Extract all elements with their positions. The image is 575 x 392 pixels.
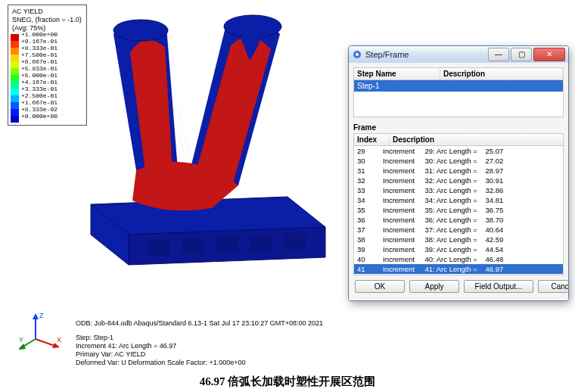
frame-index: 33 [357, 185, 383, 195]
frame-grid-header: Index Description [353, 133, 564, 146]
close-button[interactable]: ✕ [533, 48, 565, 61]
frame-desc: Increment 33: Arc Length = 32.86 [383, 185, 560, 195]
frame-row[interactable]: 39Increment 39: Arc Length = 44.54 [354, 244, 563, 254]
frame-row[interactable]: 33Increment 33: Arc Length = 32.86 [354, 185, 563, 195]
model-svg [61, 8, 348, 288]
frame-row[interactable]: 37Increment 37: Arc Length = 40.64 [354, 225, 563, 235]
legend-swatch [11, 95, 19, 102]
legend-value: +8.333e-02 [21, 106, 58, 113]
cancel-button[interactable]: Cancel [538, 280, 569, 293]
frame-index: 37 [357, 225, 383, 235]
frame-desc: Increment 37: Arc Length = 40.64 [383, 225, 560, 235]
svg-rect-5 [216, 236, 238, 253]
frame-desc: Increment 29: Arc Length = 25.07 [383, 146, 560, 156]
dialog-titlebar[interactable]: Step/Frame — ▢ ✕ [349, 46, 568, 63]
frame-index: 30 [357, 156, 383, 166]
ok-button[interactable]: OK [355, 280, 405, 293]
frame-desc: Increment 31: Arc Length = 28.97 [383, 166, 560, 176]
legend-value: +1.000e+00 [21, 31, 58, 38]
svg-rect-6 [250, 235, 272, 251]
legend-swatch [11, 48, 19, 54]
info-block: ODB: Job-844.odb Abaqus/Standard 6.13-1 … [76, 319, 323, 367]
primary-var-line: Primary Var: AC YIELD [76, 350, 323, 359]
frame-desc: Increment 38: Arc Length = 42.59 [383, 235, 560, 244]
minimize-button[interactable]: — [488, 48, 509, 61]
frame-row[interactable]: 40Increment 40: Arc Length = 46.48 [354, 254, 563, 264]
frame-row[interactable]: 29Increment 29: Arc Length = 25.07 [354, 146, 563, 156]
frame-desc: Increment 41: Arc Length = 46.97 [383, 264, 560, 274]
legend-swatch [11, 116, 19, 123]
svg-rect-7 [284, 233, 306, 250]
right-tube [189, 15, 281, 185]
frame-row[interactable]: 36Increment 36: Arc Length = 38.70 [354, 215, 563, 225]
col-frame-index[interactable]: Index [354, 134, 390, 145]
figure-caption: 46.97 倍弧长加载时塑性开展区范围 [0, 375, 575, 389]
step-list[interactable]: Step-1 [353, 80, 564, 117]
maximize-button[interactable]: ▢ [511, 48, 532, 61]
frame-index: 36 [357, 215, 383, 225]
legend-value: +5.000e-01 [21, 72, 58, 79]
frame-index: 39 [357, 244, 383, 254]
svg-marker-13 [52, 343, 60, 348]
frame-index: 40 [357, 254, 383, 264]
legend-swatch [11, 34, 19, 41]
frame-section-label: Frame [353, 123, 564, 132]
legend-value: +5.833e-01 [21, 65, 58, 72]
field-output-button[interactable]: Field Output... [464, 280, 533, 293]
frame-row[interactable]: 34Increment 34: Arc Length = 34.81 [354, 195, 563, 205]
legend-swatch [11, 61, 19, 68]
legend-swatch [11, 102, 19, 109]
frame-desc: Increment 35: Arc Length = 36.75 [383, 205, 560, 215]
frame-row[interactable]: 38Increment 38: Arc Length = 42.59 [354, 235, 563, 244]
legend-value: +8.333e-01 [21, 45, 58, 51]
axis-z-label: Z [39, 312, 44, 319]
frame-desc: Increment 32: Arc Length = 30.91 [383, 176, 560, 185]
legend-swatch [11, 41, 19, 48]
step-frame-dialog[interactable]: Step/Frame — ▢ ✕ Step Name Description S… [348, 45, 569, 301]
frame-index: 29 [357, 146, 383, 156]
dialog-button-row: OK Apply Field Output... Cancel [353, 275, 564, 296]
frame-desc: Increment 39: Arc Length = 44.54 [383, 244, 560, 254]
frame-row[interactable]: 35Increment 35: Arc Length = 36.75 [354, 205, 563, 215]
legend-swatch [11, 54, 19, 61]
legend-value: +2.500e-01 [21, 92, 58, 99]
legend-swatch [11, 89, 19, 95]
legend-value: +3.333e-01 [21, 86, 58, 92]
step-row-selected[interactable]: Step-1 [354, 80, 563, 92]
axis-triad: Z X Y [19, 310, 64, 352]
frame-list[interactable]: 29Increment 29: Arc Length = 25.0730Incr… [353, 146, 564, 275]
svg-rect-4 [182, 238, 204, 254]
legend-value: +7.500e-01 [21, 51, 58, 58]
frame-row[interactable]: 32Increment 32: Arc Length = 30.91 [354, 176, 563, 185]
dialog-body: Step Name Description Step-1 Frame Index… [349, 63, 568, 300]
legend-value: +4.167e-01 [21, 79, 58, 86]
axis-y-label: Y [19, 336, 23, 344]
frame-desc: Increment 34: Arc Length = 34.81 [383, 195, 560, 205]
frame-row[interactable]: 41Increment 41: Arc Length = 46.97 [354, 264, 563, 274]
step-grid-header: Step Name Description [353, 67, 564, 80]
deformed-var-line: Deformed Var: U Deformation Scale Factor… [76, 359, 323, 367]
svg-rect-3 [148, 239, 170, 256]
col-step-name[interactable]: Step Name [354, 68, 440, 79]
col-frame-desc[interactable]: Description [390, 134, 563, 145]
apply-button[interactable]: Apply [409, 280, 459, 293]
frame-index: 41 [357, 264, 383, 274]
legend-swatch [11, 75, 19, 82]
left-tube [113, 20, 178, 170]
frame-index: 34 [357, 195, 383, 205]
frame-index: 35 [357, 205, 383, 215]
legend-swatch [11, 109, 19, 116]
model-viewport[interactable] [61, 8, 348, 288]
legend-value: +9.167e-01 [21, 38, 58, 45]
frame-row[interactable]: 30Increment 30: Arc Length = 27.02 [354, 156, 563, 166]
frame-row[interactable]: 31Increment 31: Arc Length = 28.97 [354, 166, 563, 176]
col-step-desc[interactable]: Description [440, 68, 563, 79]
frame-index: 38 [357, 235, 383, 244]
axis-x-label: X [57, 336, 61, 344]
frame-desc: Increment 30: Arc Length = 27.02 [383, 156, 560, 166]
legend-swatch [11, 68, 19, 75]
app-icon [352, 49, 362, 60]
svg-marker-15 [19, 344, 26, 350]
svg-marker-11 [33, 313, 39, 319]
frame-desc: Increment 36: Arc Length = 38.70 [383, 215, 560, 225]
